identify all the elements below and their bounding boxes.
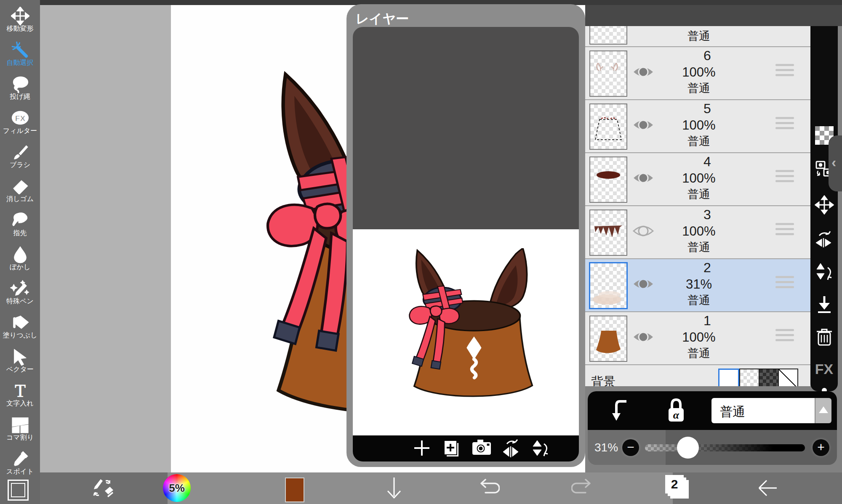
layer-drag-handle[interactable] <box>775 117 794 134</box>
layer-number: 4 <box>657 154 758 170</box>
move-layer-icon[interactable] <box>810 195 838 216</box>
opacity-slider-knob[interactable] <box>677 437 699 459</box>
layer-opacity: 100% <box>636 118 762 133</box>
layer-drag-handle[interactable] <box>775 170 794 187</box>
bg-dark-transparent-swatch[interactable] <box>759 369 779 386</box>
trash-icon[interactable] <box>810 327 838 348</box>
current-color-swatch[interactable] <box>285 477 304 502</box>
pages-button[interactable]: 2 <box>665 475 690 501</box>
flip-horizontal-icon[interactable] <box>501 439 521 458</box>
flip-vertical-icon[interactable] <box>810 262 838 284</box>
opacity-plus-button[interactable]: + <box>813 439 829 456</box>
layer-drag-handle[interactable] <box>775 64 794 81</box>
tool-lasso[interactable]: 投げ縄 <box>0 74 40 107</box>
thumb-soft-shading <box>590 263 626 308</box>
layer-row-5[interactable]: 5 100% 普通 <box>585 100 810 153</box>
layer-window-toolbar <box>353 435 579 462</box>
bg-none-swatch[interactable] <box>778 369 798 386</box>
tool-smudge[interactable]: 指先 <box>0 210 40 243</box>
back-arrow-icon[interactable] <box>757 477 778 500</box>
blend-mode-select[interactable]: 普通 <box>711 398 815 423</box>
cursor-arrow-icon <box>0 347 40 366</box>
thumb-fringe <box>590 210 626 255</box>
layer-drag-handle[interactable] <box>775 223 794 240</box>
finger-icon <box>0 210 40 230</box>
bg-transparent-swatch[interactable] <box>739 369 759 386</box>
tool-filter[interactable]: FX フィルター <box>0 108 40 141</box>
opacity-value: 31% <box>594 441 618 454</box>
bg-color-white-swatch[interactable] <box>718 369 739 386</box>
canvas-preview[interactable] <box>353 229 579 435</box>
opacity-slider-track[interactable] <box>645 444 805 451</box>
layer-row-4[interactable]: 4 100% 普通 <box>585 153 810 206</box>
add-layer-icon[interactable] <box>412 439 432 458</box>
layer-blend-mode: 普通 <box>636 134 762 149</box>
tool-brush[interactable]: ブラシ <box>0 142 40 175</box>
blend-opacity-panel: α 普通 31% − + <box>588 391 837 465</box>
layer-blend-mode: 普通 <box>636 81 762 96</box>
brush-opacity-value: 5% <box>163 482 191 495</box>
background-label: 背景 <box>591 374 616 386</box>
thumb-body <box>590 316 626 361</box>
layer-thumbnail[interactable] <box>589 210 627 256</box>
tool-eyedropper[interactable]: スポイト <box>0 449 40 482</box>
layer-row-1[interactable]: 1 100% 普通 <box>585 312 810 365</box>
tool-eraser[interactable]: 消しゴム <box>0 176 40 209</box>
flip-vertical-icon[interactable] <box>530 439 551 458</box>
layer-thumbnail[interactable] <box>589 316 627 362</box>
layer-thumbnail[interactable] <box>589 262 628 309</box>
blend-mode-expand-button[interactable] <box>815 398 831 423</box>
download-arrow-icon[interactable] <box>384 477 404 502</box>
flip-horizontal-icon[interactable] <box>810 229 838 251</box>
brush-eraser-toggle[interactable] <box>91 477 116 502</box>
layer-thumbnail[interactable] <box>589 26 627 45</box>
alpha-lock-icon[interactable]: α <box>666 398 686 423</box>
blend-row: α 普通 <box>588 391 837 430</box>
tool-special-pen[interactable]: 特殊ペン <box>0 279 40 311</box>
fx-icon[interactable]: FX <box>810 361 838 377</box>
layer-opacity: 100% <box>636 65 762 80</box>
fx-circle-icon: FX <box>0 108 40 127</box>
tool-move-transform[interactable]: 移動変形 <box>0 6 40 39</box>
layer-opacity: 100% <box>636 171 762 186</box>
layer-drag-handle[interactable] <box>775 276 794 293</box>
selection-frame-icon[interactable] <box>8 480 29 501</box>
layer-thumbnail[interactable] <box>589 157 627 203</box>
layer-row-7-partial[interactable]: 普通 <box>585 26 810 47</box>
preview-artwork <box>392 248 556 405</box>
svg-text:α: α <box>673 409 679 421</box>
layer-thumbnail[interactable] <box>589 50 627 97</box>
redo-icon[interactable] <box>571 478 593 499</box>
tool-vector[interactable]: ベクター <box>0 347 40 379</box>
layer-drag-handle[interactable] <box>775 329 794 346</box>
comic-frames-icon <box>0 415 40 434</box>
tool-fill[interactable]: 塗りつぶし <box>0 313 40 345</box>
clipping-arrow-icon[interactable] <box>611 399 631 422</box>
eyedropper-icon <box>0 449 40 468</box>
blend-mode-value: 普通 <box>720 403 745 421</box>
layer-window-translucent-area <box>353 27 579 229</box>
layer-thumbnail[interactable] <box>589 103 627 150</box>
layer-number: 3 <box>657 207 758 223</box>
tool-panel-split[interactable]: コマ割り <box>0 415 40 448</box>
thumb-ellipse <box>590 157 626 202</box>
tool-text[interactable]: T 文字入れ <box>0 381 40 414</box>
layer-window[interactable]: レイヤー <box>346 4 585 467</box>
panel-collapse-tab[interactable]: ‹ <box>829 135 842 191</box>
layer-row-6[interactable]: 6 100% 普通 <box>585 47 810 100</box>
magic-wand-icon <box>0 40 40 59</box>
camera-import-icon[interactable] <box>472 439 492 458</box>
merge-down-icon[interactable] <box>810 295 838 316</box>
tool-blur[interactable]: ぼかし <box>0 244 40 277</box>
tool-sidebar: 移動変形 自動選択 投げ縄 FX フィルター ブラシ 消しゴム 指先 ぼかし <box>0 0 40 504</box>
color-wheel-button[interactable]: 5% <box>163 474 191 502</box>
layer-row-2-selected[interactable]: 2 31% 普通 <box>585 259 810 312</box>
svg-text:T: T <box>15 382 26 400</box>
layer-blend-mode: 普通 <box>636 293 762 308</box>
layer-number: 5 <box>657 101 758 117</box>
tool-auto-select[interactable]: 自動選択 <box>0 40 40 73</box>
undo-icon[interactable] <box>478 478 500 499</box>
layer-row-3[interactable]: 3 100% 普通 <box>585 206 810 259</box>
add-page-icon[interactable] <box>441 439 461 458</box>
opacity-minus-button[interactable]: − <box>622 439 639 456</box>
